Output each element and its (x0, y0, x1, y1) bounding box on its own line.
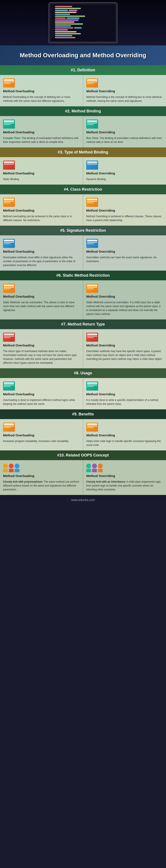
overriding-icon-1 (86, 79, 98, 88)
overriding-icon-3 (86, 161, 98, 170)
section-9-right: Method Overriding Helps write code logic… (83, 419, 166, 451)
section-9-content: Method Overloading Increases program rea… (0, 419, 166, 451)
section-6-right-text: Static Methods cannot be overridden. If … (86, 301, 163, 316)
overloading-icon-3 (3, 161, 15, 170)
section-2-left-title: Method Overloading (3, 130, 80, 134)
overriding-icon-5 (86, 239, 98, 248)
section-10-right: Method Overriding Closely knit with an i… (83, 460, 166, 495)
section-3-left-title: Method Overloading (3, 172, 80, 175)
section-4-content: Method Overloading Method overloading ca… (0, 194, 166, 226)
laptop-visual: 1 2 3 4 5 6 7 8 9 10 11 12 13 14 15 16 1… (48, 2, 118, 43)
section-3-left-text: Static Binding (3, 177, 80, 181)
section-5-left-text: Overloaded methods must differ in their … (3, 255, 80, 267)
section-9-header: #9. Benefits (0, 409, 166, 419)
section-2-right: Method Overriding Run Time: The binding … (83, 116, 166, 147)
section-7-right: Method Overriding Overridden methods may… (83, 329, 166, 368)
person-icon-4 (86, 464, 91, 472)
section-7-left-title: Method Overloading (3, 343, 80, 347)
section-5-content: Method Overloading Overloaded methods mu… (0, 236, 166, 271)
section-2: #2. Method Binding Method Overloading Co… (0, 106, 166, 147)
section-7-left: Method Overloading The return type of ov… (0, 329, 83, 368)
code-editor: 1 2 3 4 5 6 7 8 9 10 11 12 13 14 15 16 1… (51, 4, 115, 41)
overriding-people-icons (86, 464, 163, 472)
overriding-icon-2 (86, 120, 98, 129)
person-icon-2 (9, 464, 13, 472)
section-8-right: Method Overriding It is mostly done to w… (83, 378, 166, 409)
main-title: Method Overloading and Method Overriding (4, 52, 162, 59)
section-10: #10. Related OOPS Concept Method Overloa (0, 451, 166, 495)
section-1-left-text: Method Overloading is the concept of def… (3, 95, 80, 103)
overriding-icon-9 (86, 423, 98, 432)
person-icon-6 (98, 464, 103, 472)
section-6-header: #6. Static Method Restriction (0, 271, 166, 280)
overriding-icon-6 (86, 284, 98, 293)
overloading-icon-7 (3, 333, 15, 342)
section-2-right-title: Method Overriding (86, 130, 163, 134)
section-6-left-text: Static Methods can be overloaded. This a… (3, 301, 80, 312)
section-10-right-text: Closely knit with an inheritance: A chil… (86, 480, 163, 492)
person-icon-1 (3, 464, 8, 472)
overloading-icon-9 (3, 423, 15, 432)
section-2-right-text: Run Time: The binding of overridden meth… (86, 136, 163, 144)
section-1-left-title: Method Overloading (3, 89, 80, 93)
polymorphism-label: Closely knit with polymorphism: (3, 480, 43, 483)
section-6: #6. Static Method Restriction Method Ove… (0, 271, 166, 319)
section-10-left-text: Closely knit with polymorphism: The same… (3, 480, 80, 492)
section-1-right-text: Method Overriding is the concept of defi… (86, 95, 163, 103)
overriding-icon-8 (86, 381, 98, 391)
section-4-right: Method Overriding Method Overriding is a… (83, 194, 166, 226)
section-10-content: Method Overloading Closely knit with pol… (0, 460, 166, 495)
section-4-header: #4. Class Restriction (0, 185, 166, 194)
section-4-left-text: Method overloading can be achieved in th… (3, 214, 80, 222)
section-10-header: #10. Related OOPS Concept (0, 451, 166, 460)
section-5-right-title: Method Overriding (86, 250, 163, 253)
section-6-right: Method Overriding Static Methods cannot … (83, 280, 166, 319)
section-8: #8. Usage Method Overloading Overloading… (0, 368, 166, 409)
section-9-right-title: Method Overriding (86, 433, 163, 437)
overloading-icon-6 (3, 284, 15, 293)
section-7: #7. Method Return Type Method Overloadin… (0, 319, 166, 368)
section-3-content: Method Overloading Static Binding Method… (0, 157, 166, 185)
section-3-right: Method Overriding Dynamic Binding (83, 157, 166, 185)
section-5-right: Method Overriding Overridden methods can… (83, 236, 166, 271)
section-5-left-title: Method Overloading (3, 250, 80, 253)
section-7-right-text: Overridden methods may have the specific… (86, 349, 163, 361)
section-3-header: #3. Type of Method Binding (0, 147, 166, 157)
overloading-people-icons (3, 464, 80, 472)
section-5-left: Method Overloading Overloaded methods mu… (0, 236, 83, 271)
section-2-left: Method Overloading Compile Time: The bin… (0, 116, 83, 147)
inheritance-label: Closely knit with an inheritance: (86, 480, 126, 483)
section-7-left-text: The return type of overloaded methods do… (3, 349, 80, 365)
section-9-left-text: Increases program readability. Increases… (3, 439, 80, 443)
section-8-header: #8. Usage (0, 368, 166, 378)
section-8-right-title: Method Overriding (86, 392, 163, 396)
section-2-left-text: Compile Time: The binding of overloaded … (3, 136, 80, 144)
overloading-icon-1 (3, 79, 15, 88)
section-6-left-title: Method Overloading (3, 294, 80, 298)
section-6-right-title: Method Overriding (86, 294, 163, 298)
overloading-icon-4 (3, 198, 15, 207)
section-9-left-title: Method Overloading (3, 433, 80, 437)
website-url: www.educba.com (71, 498, 95, 502)
section-9-left: Method Overloading Increases program rea… (0, 419, 83, 451)
section-8-left-text: Overloading is done to implement differe… (3, 398, 80, 406)
section-10-left-title: Method Overloading (3, 474, 80, 478)
section-7-header: #7. Method Return Type (0, 319, 166, 329)
section-10-right-title: Method Overriding (86, 474, 163, 478)
section-5: #5. Signature Restriction Method Overloa… (0, 226, 166, 271)
section-8-left-title: Method Overloading (3, 392, 80, 396)
compile-time-label: Compile Time: (3, 136, 21, 140)
section-9-right-text: Helps write code logic to handle specifi… (86, 439, 163, 447)
hero-section: 1 2 3 4 5 6 7 8 9 10 11 12 13 14 15 16 1… (0, 0, 166, 45)
section-6-left: Method Overloading Static Methods can be… (0, 280, 83, 319)
overloading-icon-5 (3, 239, 15, 248)
section-1-right: Method Overriding Method Overriding is t… (83, 75, 166, 106)
section-1: #1. Definition Method Overloading Method… (0, 65, 166, 106)
section-5-header: #5. Signature Restriction (0, 226, 166, 236)
person-icon-5 (92, 464, 97, 472)
run-time-label: Run Time: (86, 136, 99, 140)
person-icon-3 (15, 464, 20, 472)
section-9: #9. Benefits Method Overloading Increase… (0, 409, 166, 451)
title-section: Method Overloading and Method Overriding (0, 45, 166, 65)
section-2-header: #2. Method Binding (0, 106, 166, 116)
